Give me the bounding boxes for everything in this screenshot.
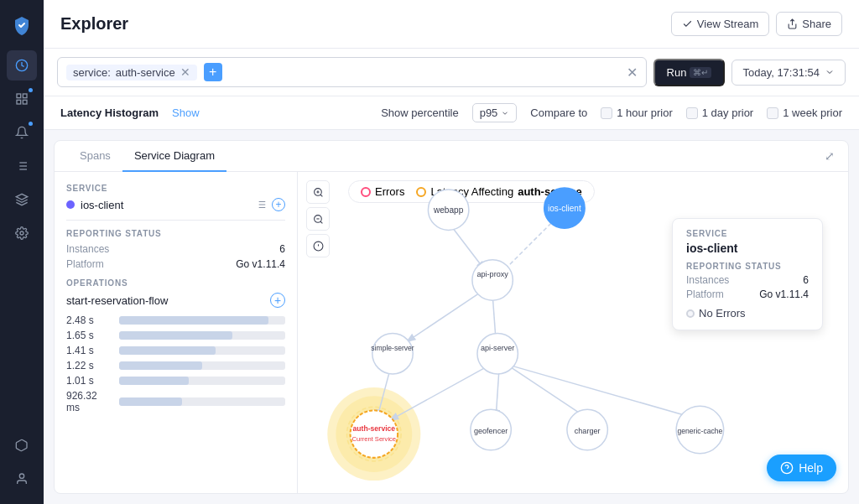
compare-1hour[interactable]: 1 hour prior xyxy=(601,107,672,119)
latency-bar: Latency Histogram Show Show percentile p… xyxy=(44,96,859,130)
header-actions: View Stream Share xyxy=(671,12,842,36)
compare-1day-checkbox[interactable] xyxy=(686,107,698,119)
no-errors-icon xyxy=(686,309,695,318)
sidebar-item-clock[interactable] xyxy=(7,50,37,81)
svg-rect-2 xyxy=(23,94,27,98)
header: Explorer View Stream Share xyxy=(44,0,859,49)
service-row: ios-client + xyxy=(66,198,285,211)
svg-rect-3 xyxy=(17,100,21,104)
svg-text:simple-server: simple-server xyxy=(371,344,414,352)
op-bar-row: 1.41 s xyxy=(66,345,285,356)
search-tag-close[interactable]: ✕ xyxy=(180,66,190,78)
svg-line-40 xyxy=(509,366,586,418)
divider-1 xyxy=(66,220,285,221)
compare-1day[interactable]: 1 day prior xyxy=(686,107,753,119)
tabs: Spans Service Diagram ⤢ xyxy=(55,141,848,172)
tooltip-card: SERVICE ios-client REPORTING STATUS Inst… xyxy=(672,218,823,330)
sidebar-item-list[interactable] xyxy=(7,151,37,181)
app-logo xyxy=(7,10,37,40)
op-bar-track xyxy=(119,397,285,406)
service-actions: + xyxy=(255,198,285,211)
no-errors-row: No Errors xyxy=(686,307,809,320)
view-stream-button[interactable]: View Stream xyxy=(671,12,769,36)
page-title: Explorer xyxy=(60,14,128,34)
op-bar-row: 1.65 s xyxy=(66,330,285,341)
run-kbd-hint: ⌘↵ xyxy=(690,67,711,78)
sidebar-item-grid[interactable] xyxy=(7,84,37,114)
svg-text:Current Service: Current Service xyxy=(352,435,396,443)
svg-text:generic-cache: generic-cache xyxy=(677,427,722,435)
compare-1week-checkbox[interactable] xyxy=(767,107,778,119)
svg-line-38 xyxy=(391,366,487,420)
svg-text:api-server: api-server xyxy=(481,344,514,352)
svg-text:ios-client: ios-client xyxy=(548,204,581,213)
tab-content: SERVICE ios-client + xyxy=(55,172,848,493)
svg-text:auth-service: auth-service xyxy=(353,424,396,433)
svg-line-36 xyxy=(408,293,480,341)
sidebar-item-bell[interactable] xyxy=(7,117,37,148)
op-bar-track xyxy=(119,331,285,340)
add-service-button[interactable]: + xyxy=(272,198,285,211)
op-bar-track xyxy=(119,361,285,370)
main-content: Explorer View Stream Share service: auth… xyxy=(44,0,859,504)
svg-text:geofencer: geofencer xyxy=(474,427,508,435)
svg-text:charger: charger xyxy=(575,427,601,435)
operations-label: OPERATIONS xyxy=(66,278,285,288)
instances-row: Instances 6 xyxy=(66,243,285,255)
share-button[interactable]: Share xyxy=(776,12,842,36)
svg-text:webapp: webapp xyxy=(433,205,464,215)
run-button[interactable]: Run ⌘↵ xyxy=(653,59,726,86)
op-bar-fill xyxy=(119,377,189,385)
svg-line-34 xyxy=(505,218,556,269)
compare-1week[interactable]: 1 week prior xyxy=(767,107,842,119)
compare-1hour-checkbox[interactable] xyxy=(601,107,612,119)
operation-bars: 2.48 s 1.65 s 1.41 s 1.22 s 1.01 s 926.3… xyxy=(66,314,285,413)
op-bar-row: 2.48 s xyxy=(66,314,285,326)
op-bar-fill xyxy=(119,316,268,325)
op-bar-fill xyxy=(119,361,202,370)
help-icon xyxy=(780,461,794,475)
node-auth-service[interactable] xyxy=(351,410,398,458)
search-bar: service: auth-service ✕ + ✕ Run ⌘↵ Today… xyxy=(44,49,859,96)
op-bar-fill xyxy=(119,331,232,340)
latency-show-button[interactable]: Show xyxy=(172,107,200,119)
help-button[interactable]: Help xyxy=(767,455,836,481)
tooltip-instances-row: Instances 6 xyxy=(686,274,809,286)
operation-name-row: start-reservation-flow + xyxy=(66,293,285,308)
search-tag: service: auth-service ✕ xyxy=(66,65,197,81)
svg-point-11 xyxy=(20,231,23,235)
node-api-server[interactable] xyxy=(477,334,518,374)
tab-service-diagram[interactable]: Service Diagram xyxy=(122,141,226,172)
search-input-container[interactable]: service: auth-service ✕ + ✕ xyxy=(57,57,647,87)
sidebar-item-settings[interactable] xyxy=(7,218,37,248)
platform-row: Platform Go v1.11.4 xyxy=(66,258,285,270)
percentile-select[interactable]: p95 xyxy=(472,103,518,122)
op-bar-track xyxy=(119,346,285,355)
sidebar xyxy=(0,0,44,504)
latency-title: Latency Histogram xyxy=(60,107,159,119)
search-clear-button[interactable]: ✕ xyxy=(627,65,638,81)
sidebar-item-layers[interactable] xyxy=(7,184,37,215)
op-bar-track xyxy=(119,377,285,385)
svg-rect-1 xyxy=(17,94,21,98)
tab-expand-button[interactable]: ⤢ xyxy=(825,149,835,163)
main-card: Spans Service Diagram ⤢ SERVICE ios-clie… xyxy=(54,140,849,494)
sidebar-item-user[interactable] xyxy=(7,464,37,494)
show-percentile-label: Show percentile xyxy=(381,107,459,119)
op-bar-row: 1.01 s xyxy=(66,375,285,387)
svg-point-12 xyxy=(19,474,23,478)
node-simple-server[interactable] xyxy=(372,334,413,374)
sidebar-item-box[interactable] xyxy=(7,430,37,460)
node-api-proxy[interactable] xyxy=(472,260,513,300)
add-operation-button[interactable]: + xyxy=(270,293,285,308)
diagram-panel: Errors Latency Affecting auth-service xyxy=(298,172,848,493)
tab-spans[interactable]: Spans xyxy=(68,141,122,172)
op-bar-fill xyxy=(119,346,216,355)
svg-line-41 xyxy=(513,366,691,418)
compare-to-label: Compare to xyxy=(530,107,587,119)
datetime-picker[interactable]: Today, 17:31:54 xyxy=(731,60,846,86)
op-bar-row: 1.22 s xyxy=(66,360,285,372)
svg-rect-4 xyxy=(23,100,27,104)
list-icon[interactable] xyxy=(255,199,267,210)
add-filter-button[interactable]: + xyxy=(204,63,222,81)
